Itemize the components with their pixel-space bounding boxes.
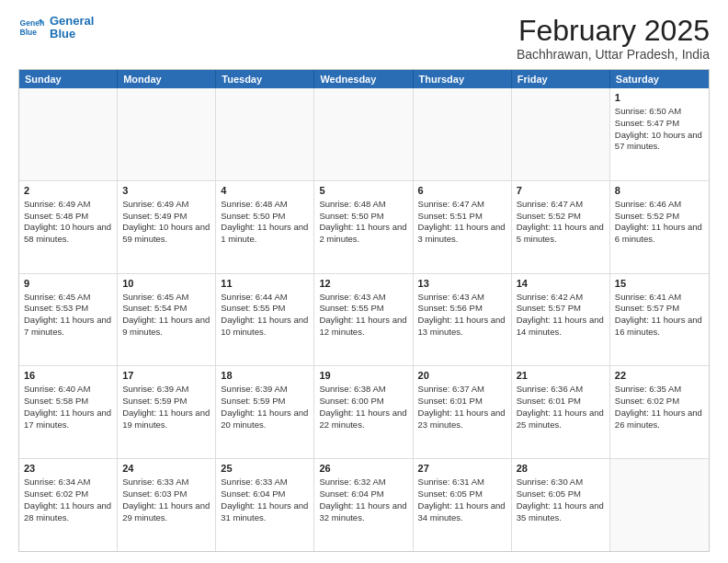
day-info: Daylight: 11 hours and 13 minutes.	[418, 315, 506, 339]
day-info: Sunset: 5:52 PM	[517, 211, 605, 223]
day-info: Sunset: 5:50 PM	[319, 211, 407, 223]
calendar-row: 1Sunrise: 6:50 AMSunset: 5:47 PMDaylight…	[19, 88, 709, 181]
logo-text-blue: Blue	[50, 28, 94, 40]
day-info: Sunrise: 6:32 AM	[319, 477, 407, 488]
day-cell: 7Sunrise: 6:47 AMSunset: 5:52 PMDaylight…	[512, 181, 610, 273]
day-info: Sunrise: 6:41 AM	[615, 292, 704, 304]
day-info: Daylight: 11 hours and 19 minutes.	[122, 408, 210, 431]
day-info: Daylight: 11 hours and 9 minutes.	[122, 315, 210, 339]
day-number: 6	[418, 184, 506, 198]
day-cell: 28Sunrise: 6:30 AMSunset: 6:05 PMDayligh…	[512, 459, 610, 551]
day-number: 23	[24, 462, 112, 476]
day-info: Sunrise: 6:31 AM	[418, 477, 506, 488]
day-info: Sunrise: 6:48 AM	[319, 199, 407, 211]
day-number: 22	[615, 369, 704, 383]
day-info: Sunset: 6:04 PM	[319, 488, 407, 500]
empty-cell	[610, 459, 709, 551]
day-info: Sunrise: 6:35 AM	[615, 384, 704, 396]
day-cell: 19Sunrise: 6:38 AMSunset: 6:00 PMDayligh…	[314, 366, 413, 458]
day-info: Daylight: 10 hours and 59 minutes.	[122, 222, 210, 246]
day-info: Sunset: 5:55 PM	[221, 303, 309, 315]
day-cell: 1Sunrise: 6:50 AMSunset: 5:47 PMDaylight…	[610, 88, 709, 180]
calendar-body: 1Sunrise: 6:50 AMSunset: 5:47 PMDaylight…	[19, 88, 709, 551]
calendar-header: SundayMondayTuesdayWednesdayThursdayFrid…	[19, 70, 709, 88]
day-info: Sunrise: 6:45 AM	[122, 292, 210, 304]
day-info: Daylight: 11 hours and 32 minutes.	[319, 500, 407, 524]
day-info: Sunrise: 6:39 AM	[122, 384, 210, 396]
day-info: Daylight: 11 hours and 7 minutes.	[24, 315, 112, 339]
day-cell: 21Sunrise: 6:36 AMSunset: 6:01 PMDayligh…	[512, 366, 610, 458]
day-cell: 23Sunrise: 6:34 AMSunset: 6:02 PMDayligh…	[19, 459, 118, 551]
day-cell: 10Sunrise: 6:45 AMSunset: 5:54 PMDayligh…	[118, 274, 216, 366]
day-cell: 27Sunrise: 6:31 AMSunset: 6:05 PMDayligh…	[414, 459, 512, 551]
day-info: Daylight: 11 hours and 16 minutes.	[615, 315, 704, 339]
day-info: Sunset: 5:57 PM	[517, 303, 605, 315]
day-info: Sunrise: 6:43 AM	[319, 292, 407, 304]
logo-text-general: General	[50, 15, 94, 28]
day-info: Daylight: 11 hours and 10 minutes.	[221, 315, 309, 339]
day-cell: 12Sunrise: 6:43 AMSunset: 5:55 PMDayligh…	[314, 274, 413, 366]
day-number: 21	[517, 369, 605, 383]
day-info: Sunrise: 6:42 AM	[517, 292, 605, 304]
day-info: Daylight: 11 hours and 31 minutes.	[221, 500, 309, 524]
day-info: Sunrise: 6:47 AM	[418, 199, 506, 211]
day-cell: 20Sunrise: 6:37 AMSunset: 6:01 PMDayligh…	[414, 366, 512, 458]
day-info: Sunset: 6:04 PM	[221, 488, 309, 500]
day-number: 3	[122, 184, 210, 198]
svg-text:Blue: Blue	[20, 28, 38, 37]
weekday-header: Sunday	[19, 70, 118, 88]
day-info: Sunset: 6:05 PM	[517, 488, 605, 500]
day-info: Daylight: 11 hours and 6 minutes.	[615, 222, 704, 246]
day-cell: 4Sunrise: 6:48 AMSunset: 5:50 PMDaylight…	[216, 181, 314, 273]
day-info: Sunrise: 6:33 AM	[122, 477, 210, 488]
day-info: Daylight: 11 hours and 25 minutes.	[517, 408, 605, 431]
day-number: 20	[418, 369, 506, 383]
calendar-row: 16Sunrise: 6:40 AMSunset: 5:58 PMDayligh…	[19, 366, 709, 459]
weekday-header: Wednesday	[314, 70, 413, 88]
day-number: 1	[615, 91, 704, 105]
day-cell: 15Sunrise: 6:41 AMSunset: 5:57 PMDayligh…	[610, 274, 709, 366]
day-info: Sunset: 5:49 PM	[122, 211, 210, 223]
weekday-header: Tuesday	[216, 70, 314, 88]
day-info: Sunset: 6:02 PM	[24, 488, 112, 500]
day-info: Sunset: 5:50 PM	[221, 211, 309, 223]
day-info: Sunrise: 6:46 AM	[615, 199, 704, 211]
day-info: Daylight: 11 hours and 3 minutes.	[418, 222, 506, 246]
day-info: Daylight: 10 hours and 57 minutes.	[615, 130, 704, 154]
day-number: 12	[319, 277, 407, 291]
day-info: Sunset: 5:53 PM	[24, 303, 112, 315]
day-info: Sunset: 5:56 PM	[418, 303, 506, 315]
weekday-header: Saturday	[610, 70, 709, 88]
page-subtitle: Bachhrawan, Uttar Pradesh, India	[517, 47, 710, 62]
day-info: Sunrise: 6:40 AM	[24, 384, 112, 396]
day-info: Sunset: 6:00 PM	[319, 396, 407, 408]
logo: General Blue General Blue	[18, 15, 94, 41]
day-number: 13	[418, 277, 506, 291]
day-info: Daylight: 11 hours and 29 minutes.	[122, 500, 210, 524]
empty-cell	[216, 88, 314, 180]
day-number: 24	[122, 462, 210, 476]
day-info: Daylight: 11 hours and 1 minute.	[221, 222, 309, 246]
weekday-header: Monday	[118, 70, 216, 88]
day-info: Daylight: 11 hours and 17 minutes.	[24, 408, 112, 431]
day-info: Sunset: 6:03 PM	[122, 488, 210, 500]
day-info: Sunrise: 6:45 AM	[24, 292, 112, 304]
day-info: Daylight: 11 hours and 35 minutes.	[517, 500, 605, 524]
day-number: 25	[221, 462, 309, 476]
page: General Blue General Blue February 2025 …	[0, 0, 728, 563]
empty-cell	[414, 88, 512, 180]
day-info: Sunset: 5:52 PM	[615, 211, 704, 223]
day-number: 14	[517, 277, 605, 291]
title-block: February 2025 Bachhrawan, Uttar Pradesh,…	[517, 15, 710, 62]
day-cell: 26Sunrise: 6:32 AMSunset: 6:04 PMDayligh…	[314, 459, 413, 551]
day-number: 11	[221, 277, 309, 291]
day-info: Sunset: 6:05 PM	[418, 488, 506, 500]
day-info: Daylight: 11 hours and 2 minutes.	[319, 222, 407, 246]
day-number: 27	[418, 462, 506, 476]
day-number: 2	[24, 184, 112, 198]
day-number: 5	[319, 184, 407, 198]
calendar-row: 2Sunrise: 6:49 AMSunset: 5:48 PMDaylight…	[19, 181, 709, 274]
day-info: Sunset: 5:47 PM	[615, 118, 704, 130]
day-cell: 14Sunrise: 6:42 AMSunset: 5:57 PMDayligh…	[512, 274, 610, 366]
day-info: Sunset: 5:57 PM	[615, 303, 704, 315]
